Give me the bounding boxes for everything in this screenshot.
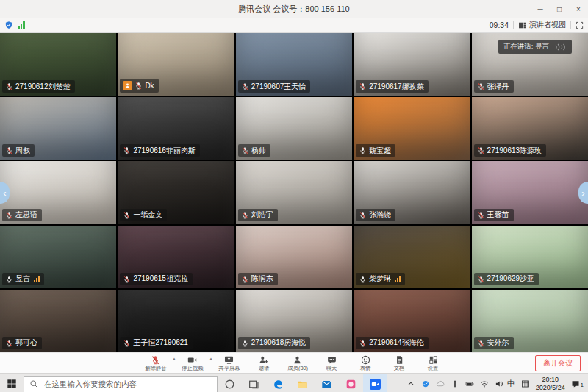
mic-status-icon	[359, 146, 367, 154]
participant-name: 王馨苗	[487, 211, 509, 218]
participant-tile[interactable]: 张瀚饶	[354, 161, 470, 224]
participant-tile[interactable]: 27190629沙亚	[472, 226, 588, 288]
participant-tile[interactable]: 27190607王天怡	[236, 33, 352, 96]
participant-name: 27190613陈源玫	[487, 147, 542, 154]
speaking-volume-icon	[395, 276, 401, 282]
mic-status-icon	[359, 82, 367, 90]
audio-wave-icon	[553, 43, 567, 51]
notification-center-button[interactable]: 1	[571, 379, 584, 388]
participant-tile[interactable]: 27190617娜孜菜	[354, 33, 470, 96]
mic-status-icon	[477, 275, 485, 283]
photos-app-icon[interactable]	[339, 374, 363, 392]
control-button-doc[interactable]: 文档	[388, 355, 410, 371]
tray-app-icon[interactable]	[421, 379, 430, 388]
taskbar-search[interactable]	[24, 376, 218, 392]
participant-name: 27190618房海悦	[251, 339, 306, 346]
participant-name-tag: 27190629沙亚	[474, 273, 539, 285]
participant-tile[interactable]: 一纸金文	[118, 161, 234, 224]
participant-name-tag: 周叙	[2, 144, 35, 157]
participant-tile[interactable]: Dk	[118, 33, 234, 96]
mic-status-icon	[477, 211, 485, 219]
participant-name: 左思语	[15, 211, 37, 218]
mic-status-icon	[477, 339, 485, 347]
now-speaking-text: 正在讲话: 昱言	[503, 42, 549, 51]
participant-name-tag: 昱言	[2, 273, 44, 285]
leave-meeting-button[interactable]: 离开会议	[535, 355, 581, 371]
participant-tile[interactable]: 27190613陈源玫	[472, 97, 588, 160]
mic-status-icon	[241, 146, 249, 154]
control-button-emoji[interactable]: 表情	[354, 355, 376, 371]
control-button-settings[interactable]: 设置	[422, 355, 444, 371]
control-button-mic-muted[interactable]: 解除静音	[144, 355, 168, 371]
windows-taskbar: 中 20:10 2020/5/24 1	[0, 373, 588, 392]
wifi-icon[interactable]	[480, 379, 489, 388]
speaker-view-button[interactable]: 演讲者视图	[518, 20, 566, 30]
participant-name: 一纸金文	[133, 211, 162, 218]
participant-tile[interactable]: 王馨苗	[472, 161, 588, 224]
participant-tile[interactable]: 郭可心	[0, 290, 116, 352]
edge-app-icon[interactable]	[266, 374, 290, 392]
cortana-app-icon[interactable]	[218, 374, 242, 392]
participant-tile[interactable]: 柴梦琳	[354, 226, 470, 288]
taskbar-clock[interactable]: 20:10 2020/5/24	[536, 376, 565, 392]
cloud-icon[interactable]	[436, 379, 445, 388]
notification-count: 1	[581, 382, 584, 388]
participant-tile[interactable]: 左思语	[0, 161, 116, 224]
participant-name: Dk	[145, 82, 154, 90]
participant-tile[interactable]: 27190616菲丽肉斯	[118, 97, 234, 160]
task-view-app-icon[interactable]	[242, 374, 266, 392]
participant-tile[interactable]: 周叙	[0, 97, 116, 160]
clock-date: 2020/5/24	[536, 384, 565, 392]
meeting-app-icon[interactable]	[363, 374, 387, 392]
participant-name-tag: 27190617娜孜菜	[356, 80, 429, 93]
participant-name: 张瀚饶	[369, 211, 391, 218]
participant-name-tag: Dk	[120, 79, 158, 93]
participant-tile[interactable]: 安外尔	[472, 290, 588, 352]
speaking-volume-icon	[34, 276, 40, 282]
pen-icon[interactable]	[451, 379, 459, 388]
fullscreen-icon[interactable]	[576, 21, 584, 29]
participant-name-tag: 杨帅	[238, 144, 270, 157]
security-shield-icon[interactable]	[4, 21, 13, 29]
participant-name-tag: 安外尔	[474, 337, 514, 349]
participant-name-tag: 一纸金文	[120, 209, 167, 221]
participant-tile[interactable]: 王子恒27190621	[118, 290, 234, 352]
battery-icon[interactable]	[465, 379, 474, 388]
volume-icon[interactable]	[495, 379, 503, 388]
participant-tile[interactable]: 27190615祖克拉	[118, 226, 234, 288]
control-button-screen-share[interactable]: 共享屏幕	[218, 355, 241, 371]
mic-status-icon	[123, 211, 131, 219]
control-button-members[interactable]: 成员(30)	[287, 355, 309, 371]
participant-name-tag: 27190614张海伦	[356, 337, 429, 349]
ime-grid-icon[interactable]	[521, 379, 530, 388]
participant-name-tag: 王子恒27190621	[120, 337, 193, 349]
participant-tile[interactable]: 杨帅	[236, 97, 352, 160]
participant-tile[interactable]: 刘浩宇	[236, 161, 352, 224]
participant-name: 魏宝超	[369, 147, 391, 154]
participant-tile[interactable]: 27190612刘楚楚	[0, 33, 116, 96]
participant-name: 27190616菲丽肉斯	[133, 147, 196, 154]
control-button-chat[interactable]: 聊天	[320, 355, 343, 371]
ime-indicator[interactable]: 中	[507, 379, 515, 389]
invite-icon	[259, 355, 268, 365]
participant-tile[interactable]: 陈润东	[236, 226, 352, 288]
participant-tile[interactable]: 魏宝超	[354, 97, 470, 160]
participant-name-tag: 郭可心	[2, 337, 42, 349]
caret-up-icon[interactable]: ▲	[172, 353, 176, 361]
participant-tile[interactable]: 27190618房海悦	[236, 290, 352, 352]
control-button-camera[interactable]: 停止视频	[181, 355, 204, 371]
explorer-app-icon[interactable]	[290, 374, 315, 392]
caret-up-icon[interactable]: ▲	[209, 353, 213, 361]
start-button[interactable]	[0, 374, 24, 392]
participant-name: 27190614张海伦	[369, 339, 424, 346]
chat-icon	[327, 355, 337, 365]
search-input[interactable]	[43, 379, 185, 389]
participant-tile[interactable]: 27190614张海伦	[354, 290, 470, 352]
chevron-up-icon[interactable]	[406, 379, 415, 388]
participant-tile[interactable]: 昱言	[0, 226, 116, 288]
notification-icon	[571, 379, 580, 388]
mail-app-icon[interactable]	[315, 374, 339, 392]
mic-status-icon	[123, 275, 131, 283]
participant-name: 周叙	[15, 147, 30, 154]
control-button-invite[interactable]: 邀请	[253, 355, 275, 371]
